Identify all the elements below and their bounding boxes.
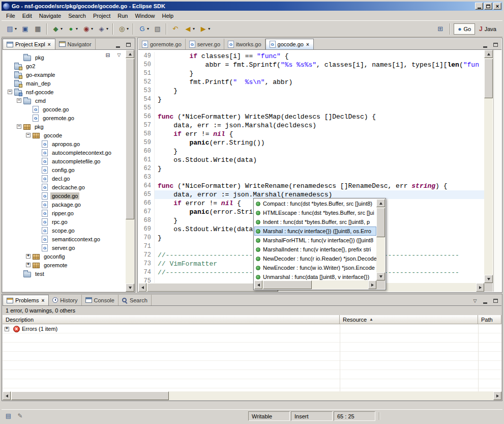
search-button[interactable]: ◎▾ — [115, 23, 131, 35]
scroll-up-button[interactable] — [126, 50, 134, 58]
maximize-view-button[interactable] — [123, 40, 133, 49]
scroll-down-button[interactable] — [126, 284, 134, 292]
external-tools-button[interactable]: ◈▾ — [95, 23, 110, 35]
tree-item-config-go[interactable]: config.go — [3, 165, 126, 174]
dropdown-arrow-icon[interactable]: ▾ — [147, 26, 149, 31]
scroll-left-button[interactable] — [254, 280, 262, 289]
tree-item-go2[interactable]: go2 — [3, 62, 126, 70]
dropdown-arrow-icon[interactable]: ▾ — [208, 26, 210, 31]
scroll-right-button[interactable] — [493, 391, 501, 400]
code-line-50[interactable]: 50 abbr = fmt.Sprintf("%s %s%s", classes… — [138, 61, 484, 69]
menu-project[interactable]: Project — [90, 12, 114, 20]
profile-button[interactable]: ◉▾ — [80, 23, 95, 35]
menu-file[interactable]: File — [3, 12, 19, 20]
tree-item-server-go[interactable]: server.go — [3, 243, 126, 252]
problems-horizontal-scrollbar[interactable] — [3, 391, 501, 400]
code-line-60[interactable]: 60 } — [138, 147, 484, 156]
scroll-up-button[interactable] — [484, 50, 493, 58]
explorer-tab-project-expl[interactable]: Project Expl× — [3, 39, 55, 49]
close-tab-icon[interactable]: × — [306, 42, 310, 47]
tree-item-nsf-gocode[interactable]: −nsf-gocode — [3, 88, 126, 96]
dropdown-arrow-icon[interactable]: ▾ — [91, 26, 93, 31]
forward-button[interactable]: ▶▾ — [197, 23, 212, 35]
scroll-up-button[interactable] — [376, 199, 385, 207]
scrollbar-thumb[interactable] — [11, 391, 169, 400]
scroll-right-button[interactable] — [476, 283, 484, 292]
problems-tab-console[interactable]: Console — [82, 295, 118, 305]
scroll-left-button[interactable] — [138, 283, 146, 292]
editor-tab-itworks-go[interactable]: itworks.go — [224, 39, 265, 49]
column-header-path[interactable]: Path — [478, 315, 501, 324]
close-tab-icon[interactable]: × — [41, 298, 45, 303]
view-menu-button[interactable]: ▽ — [114, 51, 124, 59]
completion-item-newdecoder[interactable]: NewDecoder : func(r io.Reader) *json.Dec… — [254, 254, 376, 263]
code-line-54[interactable]: 54} — [138, 95, 484, 104]
new-go-element-button[interactable]: G▾ — [136, 23, 151, 35]
completion-item-compact[interactable]: Compact : func(dst *bytes.Buffer, src []… — [254, 199, 376, 208]
pencil-icon[interactable]: ✎ — [16, 412, 24, 420]
column-header-description[interactable]: Description — [3, 315, 340, 324]
collapse-all-button[interactable]: ⊟ — [103, 51, 112, 59]
completion-item-newencoder[interactable]: NewEncoder : func(w io.Writer) *json.Enc… — [254, 263, 376, 272]
minimize-problems-button[interactable] — [480, 296, 490, 305]
explorer-vertical-scrollbar[interactable] — [126, 50, 134, 292]
tree-item-ripper-go[interactable]: ripper.go — [3, 209, 126, 217]
code-line-57[interactable]: 57 data, err := json.Marshal(decldescs) — [138, 121, 484, 130]
editor-vertical-scrollbar[interactable] — [484, 50, 493, 283]
expander-minus-icon[interactable]: − — [8, 90, 12, 94]
scroll-down-button[interactable] — [484, 275, 493, 283]
expander-minus-icon[interactable]: − — [17, 98, 21, 103]
new-wizard-button[interactable]: ▤▾ — [4, 23, 19, 35]
tree-item-goconfig[interactable]: +goconfig — [3, 252, 126, 261]
menu-edit[interactable]: Edit — [19, 12, 36, 20]
scroll-down-button[interactable] — [376, 272, 385, 280]
tree-item-cmd[interactable]: −cmd — [3, 96, 126, 105]
dropdown-arrow-icon[interactable]: ▾ — [76, 26, 78, 31]
code-line-56[interactable]: 56func (*NiceFormatter) WriteSMap(declde… — [138, 112, 484, 121]
code-line-55[interactable]: 55 — [138, 104, 484, 112]
scrollbar-thumb[interactable] — [484, 59, 493, 98]
run-button[interactable]: ●▾ — [65, 23, 80, 35]
popup-horizontal-scrollbar[interactable] — [254, 280, 376, 289]
dropdown-arrow-icon[interactable]: ▾ — [61, 26, 63, 31]
tree-item-package-go[interactable]: package.go — [3, 200, 126, 209]
tree-item-autocompletecontext-go[interactable]: autocompletecontext.go — [3, 148, 126, 157]
popup-vertical-scrollbar[interactable] — [376, 199, 385, 280]
problems-tab-problems[interactable]: Problems× — [3, 295, 49, 305]
tree-item-rpc-go[interactable]: rpc.go — [3, 217, 126, 226]
code-line-52[interactable]: 52 fmt.Printf(" %s\n", abbr) — [138, 78, 484, 87]
problems-view-menu-button[interactable]: ▽ — [470, 296, 480, 305]
expander-minus-icon[interactable]: − — [26, 133, 31, 137]
completion-item-unmarshal[interactable]: Unmarshal : func(data []uint8, v interfa… — [254, 272, 376, 280]
perspective-java[interactable]: JJava — [475, 23, 500, 35]
editor-tab-server-go[interactable]: server.go — [186, 39, 224, 49]
menu-search[interactable]: Search — [65, 12, 90, 20]
menu-window[interactable]: Window — [131, 12, 158, 20]
code-line-59[interactable]: 59 panic(err.String()) — [138, 138, 484, 147]
close-tab-icon[interactable]: × — [47, 42, 51, 47]
tree-item-main-dep[interactable]: main_dep — [3, 79, 126, 88]
code-line-58[interactable]: 58 if err != nil { — [138, 130, 484, 138]
column-header-resource[interactable]: Resource▲ — [340, 315, 478, 324]
menu-help[interactable]: Help — [159, 12, 177, 20]
tree-item-goremote-go[interactable]: goremote.go — [3, 114, 126, 122]
expander-plus-icon[interactable]: + — [26, 263, 31, 267]
editor-tab-goremote-go[interactable]: goremote.go — [138, 39, 186, 49]
expander-plus-icon[interactable]: + — [26, 254, 31, 259]
minimize-editor-button[interactable] — [480, 40, 490, 49]
problems-tab-history[interactable]: History — [49, 295, 81, 305]
code-line-61[interactable]: 61 os.Stdout.Write(data) — [138, 156, 484, 164]
overview-ruler[interactable] — [493, 50, 501, 292]
open-perspective-button[interactable]: ⊞ — [434, 23, 447, 35]
tree-item-gocode-go[interactable]: gocode.go — [3, 191, 126, 200]
tree-item-semanticcontext-go[interactable]: semanticcontext.go — [3, 235, 126, 243]
dropdown-arrow-icon[interactable]: ▾ — [106, 26, 108, 31]
fast-view-bar-icon[interactable]: ▤ — [4, 412, 13, 420]
dropdown-arrow-icon[interactable]: ▾ — [193, 26, 195, 31]
tree-item-autocompletefile-go[interactable]: autocompletefile.go — [3, 157, 126, 165]
tree-item-goremote[interactable]: +goremote — [3, 261, 126, 269]
back-button[interactable]: ◀▾ — [182, 23, 197, 35]
maximize-window-button[interactable] — [484, 3, 492, 10]
code-line-64[interactable]: 64func (*NiceFormatter) WriteRename(rena… — [138, 182, 484, 190]
tree-item-decl-go[interactable]: decl.go — [3, 174, 126, 183]
